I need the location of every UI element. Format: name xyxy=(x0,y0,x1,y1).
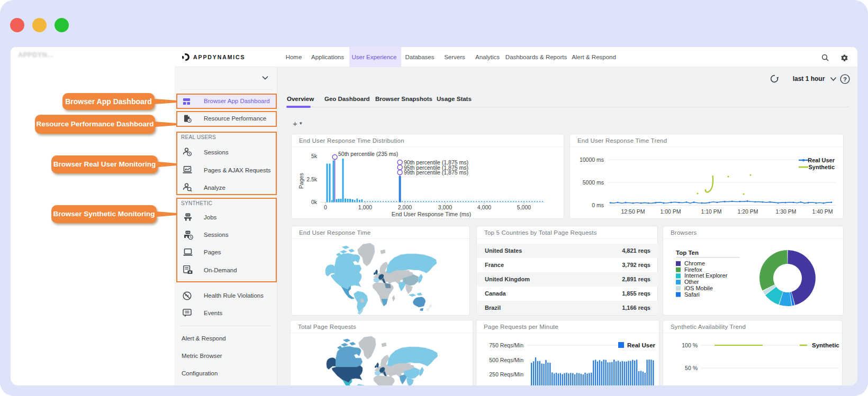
svg-text:0 ms: 0 ms xyxy=(592,202,604,208)
svg-text:Safari: Safari xyxy=(684,291,700,298)
svg-text:Synthetic: Synthetic xyxy=(812,342,839,348)
svg-text:50th percentile (235 ms): 50th percentile (235 ms) xyxy=(338,151,398,157)
svg-text:750 Reqs/Min: 750 Reqs/Min xyxy=(489,342,523,348)
svg-text:5k: 5k xyxy=(311,153,318,159)
svg-text:100 %: 100 % xyxy=(682,342,698,348)
svg-text:Pages: Pages xyxy=(298,173,304,189)
svg-text:Top Ten: Top Ten xyxy=(676,250,699,256)
svg-text:99th percentile (1,875 ms): 99th percentile (1,875 ms) xyxy=(404,169,468,176)
svg-text:500 Reqs/Min: 500 Reqs/Min xyxy=(489,357,523,363)
svg-text:50 %: 50 % xyxy=(685,365,698,371)
svg-text:12:50 PM: 12:50 PM xyxy=(621,208,645,215)
svg-text:1:40 PM: 1:40 PM xyxy=(812,208,833,215)
svg-text:5,000: 5,000 xyxy=(517,204,531,210)
svg-text:Real User: Real User xyxy=(808,157,835,163)
svg-text:3,000: 3,000 xyxy=(438,204,452,210)
svg-text:0: 0 xyxy=(324,204,327,210)
svg-text:10000 ms: 10000 ms xyxy=(580,156,604,163)
svg-text:1:00 PM: 1:00 PM xyxy=(660,208,681,215)
svg-text:?: ? xyxy=(843,76,847,82)
svg-text:2,000: 2,000 xyxy=(398,204,412,210)
svg-text:5000 ms: 5000 ms xyxy=(583,179,604,186)
svg-text:2.5k: 2.5k xyxy=(306,176,318,182)
svg-text:1:30 PM: 1:30 PM xyxy=(775,208,796,215)
svg-text:Synthetic: Synthetic xyxy=(808,164,835,170)
svg-text:Real User: Real User xyxy=(627,342,656,348)
svg-text:1,000: 1,000 xyxy=(358,204,372,210)
svg-text:Other: Other xyxy=(684,279,699,285)
svg-text:1:10 PM: 1:10 PM xyxy=(701,208,721,215)
svg-text:250 Reqs/Min: 250 Reqs/Min xyxy=(489,371,523,377)
svg-text:iOS Mobile: iOS Mobile xyxy=(684,285,713,291)
svg-text:Firefox: Firefox xyxy=(684,266,702,273)
svg-text:Chrome: Chrome xyxy=(684,260,705,266)
svg-text:0k: 0k xyxy=(311,199,318,205)
svg-text:1:20 PM: 1:20 PM xyxy=(737,208,758,215)
svg-text:Internet Explorer: Internet Explorer xyxy=(684,272,728,279)
svg-text:4,000: 4,000 xyxy=(477,204,491,210)
svg-text:End User Response Time (ms): End User Response Time (ms) xyxy=(392,211,471,217)
